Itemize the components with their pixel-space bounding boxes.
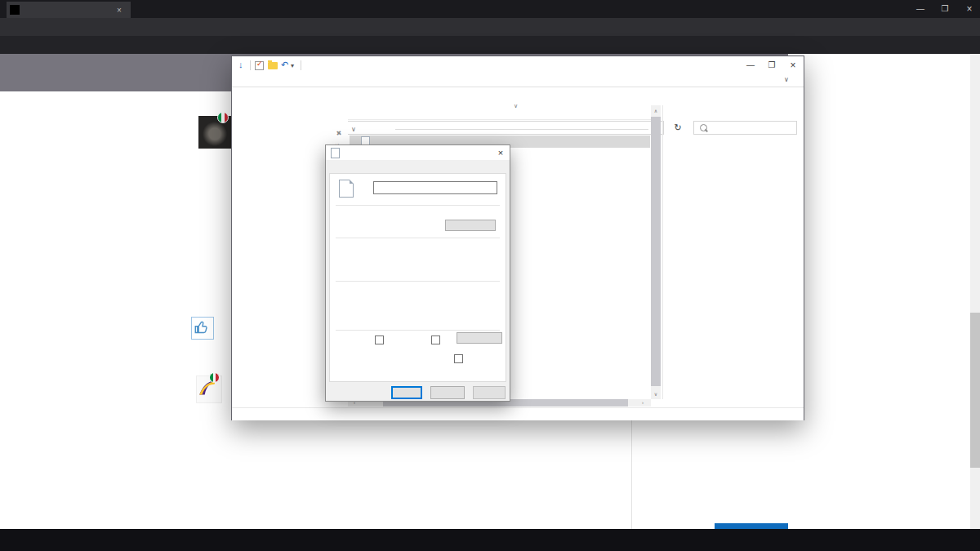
scroll-right-icon[interactable]: › (638, 400, 648, 405)
ribbon-tab-strip (232, 74, 804, 87)
scroll-down-icon[interactable]: ∨ (651, 391, 661, 397)
cancel-button[interactable] (430, 386, 465, 399)
advanced-button[interactable] (457, 332, 502, 344)
browser-restore-button[interactable]: ❐ (933, 0, 957, 18)
file-size (595, 136, 647, 147)
dialog-close-button[interactable]: × (494, 146, 507, 159)
reply-button-partial[interactable] (715, 523, 788, 529)
divider (336, 281, 500, 282)
divider (301, 60, 301, 70)
dialog-titlebar (326, 145, 510, 160)
browser-tab[interactable]: × (7, 2, 131, 18)
ok-button[interactable] (391, 386, 422, 399)
unblock-checkbox[interactable] (454, 354, 463, 363)
hidden-checkbox[interactable] (431, 335, 440, 344)
explorer-minimize-button[interactable]: — (740, 56, 761, 74)
ribbon-expand-icon[interactable]: ∨ (784, 76, 789, 83)
browser-close-button[interactable]: × (957, 0, 980, 18)
qat-properties-icon[interactable] (255, 61, 264, 70)
browser-toolbar: ← → ↻ ⌂ A⁾ ☆ ☆≡ ⋯ (0, 18, 980, 36)
explorer-titlebar: ↓ ↶ ▾ — ❐ × (232, 56, 804, 74)
download-folder-icon: ↓ (238, 60, 243, 69)
italy-flag-badge (217, 112, 229, 123)
browser-minimize-button[interactable]: — (908, 0, 933, 18)
desktop-screen: × — ❐ × ← → ↻ ⌂ A⁾ ☆ ☆≡ ⋯ (0, 0, 980, 551)
qat-new-folder-icon[interactable] (268, 62, 278, 69)
sort-caret-icon: ∨ (514, 103, 518, 109)
divider (250, 60, 251, 70)
readonly-checkbox[interactable] (375, 335, 384, 344)
column-headers (348, 105, 651, 120)
status-bar (232, 407, 804, 420)
properties-dialog: × (325, 144, 510, 402)
divider (336, 205, 500, 206)
divider (336, 238, 500, 238)
tab-close-icon[interactable]: × (117, 6, 122, 15)
qat-undo-icon[interactable]: ↶ (281, 60, 288, 70)
kudos-button[interactable] (191, 317, 214, 340)
explorer-close-button[interactable]: × (782, 56, 804, 74)
divider (336, 330, 500, 331)
group-header-oggi[interactable]: ∨ (351, 123, 359, 133)
vertical-scrollbar-thumb[interactable] (651, 117, 661, 386)
qat-customize-icon[interactable]: ▾ (291, 62, 294, 69)
thumbs-up-icon (194, 320, 209, 335)
page-scrollbar-thumb[interactable] (970, 313, 980, 468)
file-explorer-window: ↓ ↶ ▾ — ❐ × ∨ ← → ∨ ↑ ↓ › › (231, 56, 804, 420)
taskbar: ∧ (0, 529, 980, 551)
change-app-button[interactable] (445, 220, 496, 231)
tags-divider (631, 419, 632, 529)
italy-flag-badge-2 (209, 372, 220, 383)
search-icon (700, 124, 707, 131)
explorer-maximize-button[interactable]: ❐ (761, 56, 782, 74)
explorer-search-box[interactable] (693, 121, 797, 135)
bookmarks-bar (0, 36, 980, 54)
apply-button[interactable] (473, 386, 506, 399)
sony-favicon (10, 5, 20, 15)
browser-titlebar: × — ❐ × (0, 0, 980, 18)
scroll-up-icon[interactable]: ∧ (651, 108, 661, 113)
collapse-chevron-icon[interactable]: ∨ (351, 126, 356, 133)
file-icon (331, 148, 340, 158)
preview-pane-divider (662, 105, 663, 399)
group-header-line (395, 129, 648, 130)
filename-field[interactable] (373, 181, 497, 194)
refresh-button[interactable]: ↻ (670, 121, 686, 135)
apk-file-icon (339, 180, 354, 198)
